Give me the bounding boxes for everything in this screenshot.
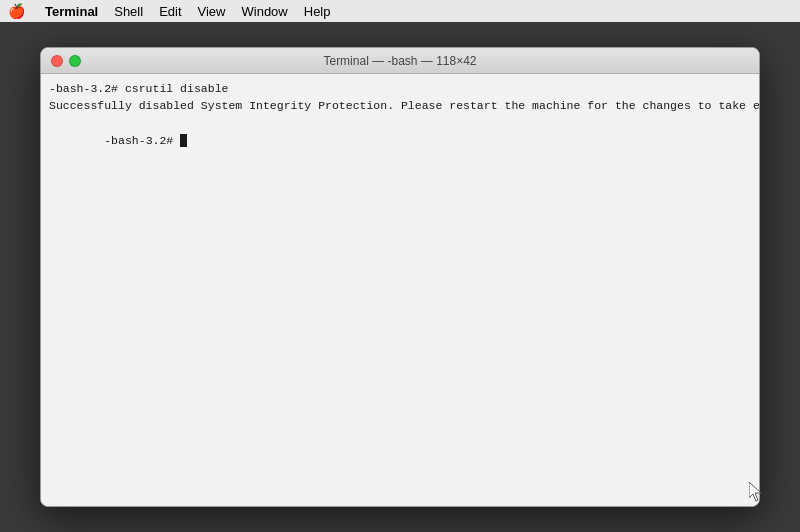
terminal-line-3: -bash-3.2# <box>49 115 751 167</box>
window-title: Terminal — -bash — 118×42 <box>323 54 476 68</box>
menubar: 🍎 Terminal Shell Edit View Window Help <box>0 0 800 22</box>
minimize-button[interactable] <box>69 55 81 67</box>
menu-window[interactable]: Window <box>242 4 288 19</box>
terminal-cursor <box>180 134 187 147</box>
apple-menu[interactable]: 🍎 <box>8 3 25 19</box>
menu-help[interactable]: Help <box>304 4 331 19</box>
close-button[interactable] <box>51 55 63 67</box>
terminal-content[interactable]: -bash-3.2# csrutil disable Successfully … <box>41 74 759 506</box>
terminal-window: Terminal — -bash — 118×42 -bash-3.2# csr… <box>40 47 760 507</box>
terminal-line-2: Successfully disabled System Integrity P… <box>49 97 751 114</box>
menu-edit[interactable]: Edit <box>159 4 181 19</box>
titlebar: Terminal — -bash — 118×42 <box>41 48 759 74</box>
desktop: Terminal — -bash — 118×42 -bash-3.2# csr… <box>0 22 800 532</box>
menu-shell[interactable]: Shell <box>114 4 143 19</box>
menu-view[interactable]: View <box>198 4 226 19</box>
terminal-line-1: -bash-3.2# csrutil disable <box>49 80 751 97</box>
window-buttons <box>51 55 81 67</box>
menu-terminal[interactable]: Terminal <box>45 4 98 19</box>
